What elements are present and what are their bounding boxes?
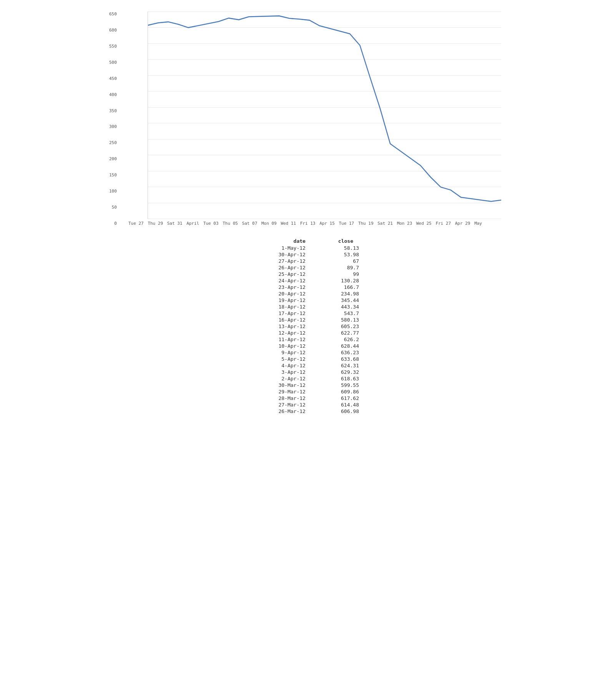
x-tick: Thu 19 xyxy=(358,221,374,226)
x-tick: Tue 03 xyxy=(203,221,219,226)
cell-close: 599.55 xyxy=(311,382,359,388)
x-tick: May xyxy=(474,221,482,226)
x-tick: Wed 25 xyxy=(416,221,432,226)
x-tick: April xyxy=(186,221,199,226)
cell-close: 617.62 xyxy=(311,395,359,401)
x-tick: Mon 23 xyxy=(397,221,412,226)
cell-close: 636.23 xyxy=(311,349,359,356)
table-row: 24-Apr-12130.28 xyxy=(236,277,359,284)
y-tick: 400 xyxy=(109,92,117,97)
table-row: 10-Apr-12628.44 xyxy=(236,343,359,349)
cell-close: 99 xyxy=(311,271,359,277)
cell-date: 4-Apr-12 xyxy=(236,362,311,369)
cell-close: 89.7 xyxy=(311,264,359,271)
chart-area xyxy=(148,12,501,219)
cell-date: 1-May-12 xyxy=(236,245,311,251)
table-row: 26-Mar-12606.98 xyxy=(236,408,359,415)
cell-date: 5-Apr-12 xyxy=(236,356,311,362)
cell-close: 67 xyxy=(311,258,359,264)
cell-close: 618.63 xyxy=(311,375,359,382)
x-tick: Apr 29 xyxy=(455,221,470,226)
cell-date: 28-Mar-12 xyxy=(236,395,311,401)
cell-date: 29-Mar-12 xyxy=(236,388,311,395)
y-tick: 0 xyxy=(114,221,117,226)
table-row: 29-Mar-12609.86 xyxy=(236,388,359,395)
line-chart-svg xyxy=(148,12,501,219)
table-row: 28-Mar-12617.62 xyxy=(236,395,359,401)
cell-date: 27-Apr-12 xyxy=(236,258,311,264)
cell-date: 26-Mar-12 xyxy=(236,408,311,415)
cell-date: 23-Apr-12 xyxy=(236,284,311,290)
x-tick: Wed 11 xyxy=(281,221,296,226)
y-tick: 550 xyxy=(109,44,117,49)
table-row: 11-Apr-12626.2 xyxy=(236,336,359,343)
y-tick: 500 xyxy=(109,60,117,65)
table-row: 16-Apr-12580.13 xyxy=(236,317,359,323)
y-tick: 600 xyxy=(109,28,117,33)
chart-container: 650600550500450400350300250200150100500 … xyxy=(105,8,490,430)
cell-date: 16-Apr-12 xyxy=(236,317,311,323)
y-tick: 250 xyxy=(109,140,117,145)
x-tick: Thu 29 xyxy=(148,221,163,226)
table-row: 2-Apr-12618.63 xyxy=(236,375,359,382)
table-row: 25-Apr-1299 xyxy=(236,271,359,277)
cell-close: 622.77 xyxy=(311,330,359,336)
table-row: 19-Apr-12345.44 xyxy=(236,297,359,304)
x-tick: Apr 15 xyxy=(319,221,335,226)
table-row: 23-Apr-12166.7 xyxy=(236,284,359,290)
x-tick: Tue 17 xyxy=(339,221,354,226)
cell-close: 53.98 xyxy=(311,251,359,258)
y-tick: 150 xyxy=(109,173,117,177)
x-tick: Tue 27 xyxy=(128,221,144,226)
cell-date: 11-Apr-12 xyxy=(236,336,311,343)
cell-date: 24-Apr-12 xyxy=(236,277,311,284)
cell-close: 443.34 xyxy=(311,304,359,310)
cell-close: 633.68 xyxy=(311,356,359,362)
cell-date: 2-Apr-12 xyxy=(236,375,311,382)
table-row: 27-Mar-12614.48 xyxy=(236,401,359,408)
table-row: 27-Apr-1267 xyxy=(236,258,359,264)
col-header-close: close xyxy=(311,237,359,245)
cell-date: 30-Apr-12 xyxy=(236,251,311,258)
y-tick: 50 xyxy=(112,205,117,210)
table-row: 5-Apr-12633.68 xyxy=(236,356,359,362)
y-tick: 650 xyxy=(109,12,117,17)
cell-close: 543.7 xyxy=(311,310,359,317)
y-axis: 650600550500450400350300250200150100500 xyxy=(109,12,119,226)
cell-close: 580.13 xyxy=(311,317,359,323)
x-axis: Tue 27 Thu 29 Sat 31 April Tue 03 Thu 05… xyxy=(128,221,482,226)
cell-close: 629.32 xyxy=(311,369,359,375)
x-tick: Sat 21 xyxy=(377,221,393,226)
cell-close: 130.28 xyxy=(311,277,359,284)
x-tick: Mon 09 xyxy=(261,221,277,226)
cell-close: 345.44 xyxy=(311,297,359,304)
cell-date: 26-Apr-12 xyxy=(236,264,311,271)
cell-close: 614.48 xyxy=(311,401,359,408)
table-row: 9-Apr-12636.23 xyxy=(236,349,359,356)
cell-date: 19-Apr-12 xyxy=(236,297,311,304)
y-tick: 200 xyxy=(109,156,117,161)
cell-date: 13-Apr-12 xyxy=(236,323,311,330)
cell-close: 624.31 xyxy=(311,362,359,369)
cell-date: 3-Apr-12 xyxy=(236,369,311,375)
chart-line xyxy=(148,16,501,201)
cell-date: 10-Apr-12 xyxy=(236,343,311,349)
y-tick: 450 xyxy=(109,76,117,81)
x-tick: Sat 07 xyxy=(242,221,258,226)
table-row: 18-Apr-12443.34 xyxy=(236,304,359,310)
table-row: 13-Apr-12605.23 xyxy=(236,323,359,330)
cell-close: 605.23 xyxy=(311,323,359,330)
cell-close: 606.98 xyxy=(311,408,359,415)
data-table: date close 1-May-1258.1330-Apr-1253.9827… xyxy=(236,237,359,415)
y-tick: 300 xyxy=(109,124,117,129)
table-row: 17-Apr-12543.7 xyxy=(236,310,359,317)
cell-date: 27-Mar-12 xyxy=(236,401,311,408)
cell-date: 30-Mar-12 xyxy=(236,382,311,388)
cell-date: 25-Apr-12 xyxy=(236,271,311,277)
table-row: 26-Apr-1289.7 xyxy=(236,264,359,271)
cell-date: 12-Apr-12 xyxy=(236,330,311,336)
y-tick: 350 xyxy=(109,108,117,113)
cell-date: 17-Apr-12 xyxy=(236,310,311,317)
grid-line xyxy=(148,219,501,219)
cell-date: 20-Apr-12 xyxy=(236,290,311,297)
